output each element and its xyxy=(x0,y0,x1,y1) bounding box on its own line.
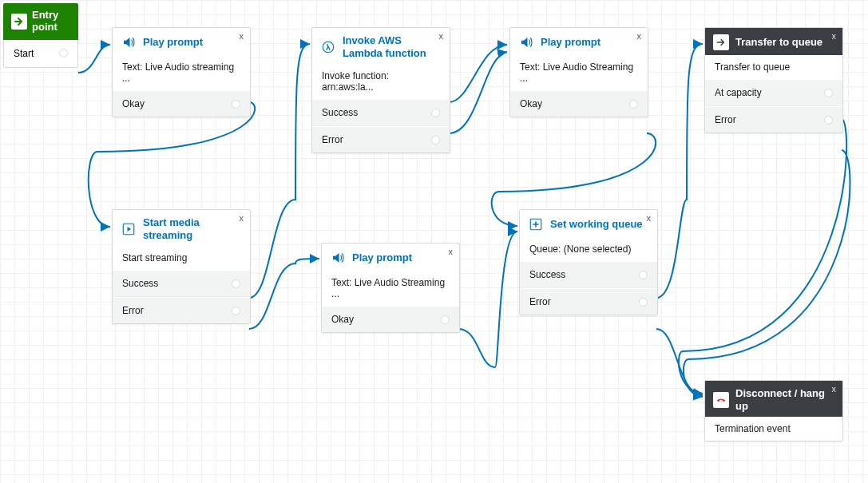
node-title: Start media streaming xyxy=(143,216,242,241)
close-icon[interactable]: x xyxy=(240,31,244,41)
branch-label: Success xyxy=(529,269,565,280)
close-icon[interactable]: x xyxy=(240,213,244,223)
close-icon[interactable]: x xyxy=(449,247,454,256)
play-prompt-node-1[interactable]: Play prompt x Text: Live Audio streaming… xyxy=(112,27,251,117)
set-working-queue-node[interactable]: Set working queue x Queue: (None selecte… xyxy=(519,209,658,315)
node-subheader: Text: Live Audio streaming ... xyxy=(113,55,250,90)
node-title: Invoke AWS Lambda function xyxy=(343,34,438,59)
play-prompt-node-2[interactable]: Play prompt x Text: Live Audio Streaming… xyxy=(321,243,460,333)
node-header[interactable]: Play prompt x xyxy=(322,243,459,271)
branch-label: Okay xyxy=(122,98,145,109)
close-icon[interactable]: x xyxy=(832,31,837,41)
branch-error[interactable]: Error xyxy=(312,126,450,152)
node-title: Disconnect / hang up xyxy=(735,387,831,412)
speaker-icon xyxy=(121,34,137,50)
close-icon[interactable]: x xyxy=(637,31,642,41)
branch-error[interactable]: Error xyxy=(705,106,842,133)
node-subheader: Queue: (None selected) xyxy=(520,237,657,261)
branch-label: Okay xyxy=(331,314,354,325)
hangup-icon xyxy=(713,392,729,408)
branch-okay[interactable]: Okay xyxy=(510,90,648,117)
branch-label: Error xyxy=(322,134,343,145)
branch-error[interactable]: Error xyxy=(520,288,657,315)
entry-title: Entry point xyxy=(32,10,70,34)
node-subheader: Termination event xyxy=(705,417,842,441)
port-out[interactable] xyxy=(639,271,648,279)
node-subheader: Transfer to queue xyxy=(705,55,842,79)
port-out[interactable] xyxy=(431,136,440,145)
node-header[interactable]: Transfer to queue x xyxy=(705,28,842,55)
node-header[interactable]: Play prompt x xyxy=(510,28,648,55)
branch-label: Okay xyxy=(520,98,542,109)
node-title: Play prompt xyxy=(143,36,203,49)
queue-icon xyxy=(528,216,544,232)
entry-start-row[interactable]: Start xyxy=(3,40,78,68)
start-media-streaming-node[interactable]: Start media streaming x Start streaming … xyxy=(112,209,251,324)
branch-label: Success xyxy=(122,278,158,289)
branch-okay[interactable]: Okay xyxy=(113,90,250,117)
play-icon xyxy=(121,221,137,237)
port-out[interactable] xyxy=(232,307,240,315)
node-title: Play prompt xyxy=(541,36,600,49)
entry-point-node[interactable]: Entry point Start xyxy=(3,3,78,68)
branch-label: Error xyxy=(715,114,736,125)
port-out[interactable] xyxy=(824,89,833,97)
port-out[interactable] xyxy=(824,116,833,125)
node-header[interactable]: Start media streaming x xyxy=(113,210,250,246)
port-out[interactable] xyxy=(232,100,240,109)
transfer-to-queue-node[interactable]: Transfer to queue x Transfer to queue At… xyxy=(704,27,843,133)
branch-error[interactable]: Error xyxy=(113,297,250,323)
speaker-icon xyxy=(330,250,346,266)
port-out[interactable] xyxy=(431,109,440,117)
node-header[interactable]: Invoke AWS Lambda function x xyxy=(312,28,450,64)
node-header[interactable]: Disconnect / hang up x xyxy=(705,381,842,417)
node-header[interactable]: Play prompt x xyxy=(113,28,250,55)
speaker-icon xyxy=(518,34,534,50)
close-icon[interactable]: x xyxy=(647,213,652,223)
node-subheader: Invoke function: arn:aws:la... xyxy=(312,64,450,99)
branch-success[interactable]: Success xyxy=(113,270,250,297)
close-icon[interactable]: x xyxy=(439,31,444,41)
entry-arrow-icon xyxy=(11,14,27,30)
lambda-icon xyxy=(320,39,336,55)
play-prompt-node-3[interactable]: Play prompt x Text: Live Audio Streaming… xyxy=(509,27,648,117)
disconnect-node[interactable]: Disconnect / hang up x Termination event xyxy=(704,380,843,441)
port-out[interactable] xyxy=(232,279,240,288)
node-header[interactable]: Set working queue x xyxy=(520,210,657,237)
transfer-icon xyxy=(713,34,729,50)
node-title: Play prompt xyxy=(352,251,412,264)
node-title: Transfer to queue xyxy=(735,36,822,49)
port-out[interactable] xyxy=(639,298,648,307)
branch-label: At capacity xyxy=(715,87,762,98)
invoke-lambda-node[interactable]: Invoke AWS Lambda function x Invoke func… xyxy=(311,27,450,153)
branch-label: Success xyxy=(322,107,358,118)
entry-header: Entry point xyxy=(3,3,78,40)
branch-okay[interactable]: Okay xyxy=(322,306,459,332)
branch-label: Error xyxy=(122,305,144,316)
node-subheader: Start streaming xyxy=(113,246,250,270)
branch-success[interactable]: Success xyxy=(312,99,450,126)
port-out[interactable] xyxy=(629,100,638,109)
port-out[interactable] xyxy=(441,315,450,324)
port-out[interactable] xyxy=(59,49,68,57)
branch-label: Error xyxy=(529,296,551,307)
close-icon[interactable]: x xyxy=(832,384,837,394)
node-subheader: Text: Live Audio Streaming ... xyxy=(322,271,459,306)
branch-success[interactable]: Success xyxy=(520,261,657,288)
node-subheader: Text: Live Audio Streaming ... xyxy=(510,55,648,90)
branch-at-capacity[interactable]: At capacity xyxy=(705,79,842,106)
node-title: Set working queue xyxy=(550,218,643,231)
entry-start-label: Start xyxy=(14,48,34,59)
